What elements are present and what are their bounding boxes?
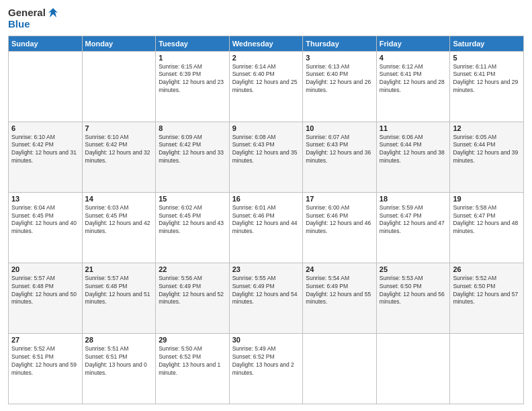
weekday-header-saturday: Saturday: [450, 36, 524, 51]
calendar-cell: 16Sunrise: 6:01 AMSunset: 6:46 PMDayligh…: [229, 192, 303, 263]
calendar-cell: 1Sunrise: 6:15 AMSunset: 6:39 PMDaylight…: [156, 51, 230, 122]
calendar-cell: 23Sunrise: 5:55 AMSunset: 6:49 PMDayligh…: [229, 263, 303, 333]
day-number: 16: [232, 195, 300, 203]
calendar-cell: 19Sunrise: 5:58 AMSunset: 6:47 PMDayligh…: [450, 192, 524, 263]
day-info: Sunrise: 6:00 AMSunset: 6:46 PMDaylight:…: [306, 204, 373, 236]
calendar-cell: 6Sunrise: 6:10 AMSunset: 6:42 PMDaylight…: [9, 122, 83, 192]
day-info: Sunrise: 6:13 AMSunset: 6:40 PMDaylight:…: [306, 63, 373, 95]
calendar-cell: 17Sunrise: 6:00 AMSunset: 6:46 PMDayligh…: [303, 192, 377, 263]
weekday-header-row: SundayMondayTuesdayWednesdayThursdayFrid…: [9, 36, 524, 51]
day-number: 2: [232, 54, 300, 62]
calendar-cell: [9, 51, 83, 122]
logo-text: General Blue: [8, 7, 59, 30]
day-info: Sunrise: 6:06 AMSunset: 6:44 PMDaylight:…: [380, 134, 447, 166]
calendar-cell: 9Sunrise: 6:08 AMSunset: 6:43 PMDaylight…: [229, 122, 303, 192]
day-number: 5: [453, 54, 521, 62]
weekday-header-tuesday: Tuesday: [156, 36, 230, 51]
day-number: 14: [85, 195, 153, 203]
day-info: Sunrise: 5:55 AMSunset: 6:49 PMDaylight:…: [232, 275, 300, 307]
day-info: Sunrise: 6:07 AMSunset: 6:43 PMDaylight:…: [306, 134, 373, 166]
weekday-header-friday: Friday: [376, 36, 450, 51]
day-number: 18: [380, 195, 447, 203]
day-info: Sunrise: 5:52 AMSunset: 6:50 PMDaylight:…: [453, 275, 521, 307]
day-info: Sunrise: 5:57 AMSunset: 6:48 PMDaylight:…: [11, 275, 79, 307]
day-number: 27: [11, 336, 79, 344]
calendar-cell: 22Sunrise: 5:56 AMSunset: 6:49 PMDayligh…: [156, 263, 230, 333]
calendar-cell: [450, 333, 524, 404]
header: General Blue: [8, 7, 524, 30]
logo-blue: Blue: [8, 19, 59, 30]
calendar-cell: [303, 333, 377, 404]
calendar-cell: 2Sunrise: 6:14 AMSunset: 6:40 PMDaylight…: [229, 51, 303, 122]
day-number: 15: [159, 195, 226, 203]
calendar-cell: 26Sunrise: 5:52 AMSunset: 6:50 PMDayligh…: [450, 263, 524, 333]
day-number: 19: [453, 195, 521, 203]
day-info: Sunrise: 5:53 AMSunset: 6:50 PMDaylight:…: [380, 275, 447, 307]
day-info: Sunrise: 6:15 AMSunset: 6:39 PMDaylight:…: [159, 63, 226, 95]
day-info: Sunrise: 5:59 AMSunset: 6:47 PMDaylight:…: [380, 204, 447, 236]
calendar-cell: 7Sunrise: 6:10 AMSunset: 6:42 PMDaylight…: [82, 122, 156, 192]
calendar-cell: 5Sunrise: 6:11 AMSunset: 6:41 PMDaylight…: [450, 51, 524, 122]
weekday-header-thursday: Thursday: [303, 36, 377, 51]
logo-bird-icon: [47, 7, 59, 19]
day-number: 22: [159, 265, 226, 273]
calendar-cell: 18Sunrise: 5:59 AMSunset: 6:47 PMDayligh…: [376, 192, 450, 263]
calendar-table: SundayMondayTuesdayWednesdayThursdayFrid…: [8, 36, 524, 405]
day-info: Sunrise: 6:01 AMSunset: 6:46 PMDaylight:…: [232, 204, 300, 236]
calendar-week-row: 20Sunrise: 5:57 AMSunset: 6:48 PMDayligh…: [9, 263, 524, 333]
calendar-cell: [82, 51, 156, 122]
weekday-header-wednesday: Wednesday: [229, 36, 303, 51]
day-info: Sunrise: 6:14 AMSunset: 6:40 PMDaylight:…: [232, 63, 300, 95]
day-number: 12: [453, 124, 521, 132]
day-number: 24: [306, 265, 373, 273]
calendar-cell: 30Sunrise: 5:49 AMSunset: 6:52 PMDayligh…: [229, 333, 303, 404]
day-info: Sunrise: 6:09 AMSunset: 6:42 PMDaylight:…: [159, 134, 226, 166]
day-info: Sunrise: 6:04 AMSunset: 6:45 PMDaylight:…: [11, 204, 79, 236]
day-info: Sunrise: 5:51 AMSunset: 6:51 PMDaylight:…: [85, 345, 153, 377]
calendar-cell: 21Sunrise: 5:57 AMSunset: 6:48 PMDayligh…: [82, 263, 156, 333]
day-number: 23: [232, 265, 300, 273]
calendar-week-row: 6Sunrise: 6:10 AMSunset: 6:42 PMDaylight…: [9, 122, 524, 192]
calendar-cell: 8Sunrise: 6:09 AMSunset: 6:42 PMDaylight…: [156, 122, 230, 192]
calendar-week-row: 1Sunrise: 6:15 AMSunset: 6:39 PMDaylight…: [9, 51, 524, 122]
svg-marker-0: [48, 8, 58, 17]
page: General Blue SundayMondayTuesdayWednesda…: [0, 0, 532, 411]
day-number: 17: [306, 195, 373, 203]
calendar-cell: 15Sunrise: 6:02 AMSunset: 6:45 PMDayligh…: [156, 192, 230, 263]
day-info: Sunrise: 6:02 AMSunset: 6:45 PMDaylight:…: [159, 204, 226, 236]
logo: General Blue: [8, 7, 59, 30]
calendar-cell: 4Sunrise: 6:12 AMSunset: 6:41 PMDaylight…: [376, 51, 450, 122]
day-number: 9: [232, 124, 300, 132]
calendar-cell: 3Sunrise: 6:13 AMSunset: 6:40 PMDaylight…: [303, 51, 377, 122]
calendar-cell: 29Sunrise: 5:50 AMSunset: 6:52 PMDayligh…: [156, 333, 230, 404]
day-number: 21: [85, 265, 153, 273]
day-number: 29: [159, 336, 226, 344]
calendar-cell: 11Sunrise: 6:06 AMSunset: 6:44 PMDayligh…: [376, 122, 450, 192]
day-number: 28: [85, 336, 153, 344]
day-number: 20: [11, 265, 79, 273]
day-info: Sunrise: 5:54 AMSunset: 6:49 PMDaylight:…: [306, 275, 373, 307]
day-number: 30: [232, 336, 300, 344]
calendar-cell: 10Sunrise: 6:07 AMSunset: 6:43 PMDayligh…: [303, 122, 377, 192]
calendar-cell: 13Sunrise: 6:04 AMSunset: 6:45 PMDayligh…: [9, 192, 83, 263]
day-number: 11: [380, 124, 447, 132]
day-info: Sunrise: 5:57 AMSunset: 6:48 PMDaylight:…: [85, 275, 153, 307]
day-number: 3: [306, 54, 373, 62]
calendar-cell: 14Sunrise: 6:03 AMSunset: 6:45 PMDayligh…: [82, 192, 156, 263]
day-info: Sunrise: 5:50 AMSunset: 6:52 PMDaylight:…: [159, 345, 226, 377]
weekday-header-sunday: Sunday: [9, 36, 83, 51]
calendar-week-row: 13Sunrise: 6:04 AMSunset: 6:45 PMDayligh…: [9, 192, 524, 263]
calendar-cell: 25Sunrise: 5:53 AMSunset: 6:50 PMDayligh…: [376, 263, 450, 333]
weekday-header-monday: Monday: [82, 36, 156, 51]
day-info: Sunrise: 6:12 AMSunset: 6:41 PMDaylight:…: [380, 63, 447, 95]
day-info: Sunrise: 6:05 AMSunset: 6:44 PMDaylight:…: [453, 134, 521, 166]
calendar-cell: 20Sunrise: 5:57 AMSunset: 6:48 PMDayligh…: [9, 263, 83, 333]
day-info: Sunrise: 5:56 AMSunset: 6:49 PMDaylight:…: [159, 275, 226, 307]
day-number: 7: [85, 124, 153, 132]
day-info: Sunrise: 6:03 AMSunset: 6:45 PMDaylight:…: [85, 204, 153, 236]
logo-general: General: [8, 7, 46, 19]
calendar-cell: 12Sunrise: 6:05 AMSunset: 6:44 PMDayligh…: [450, 122, 524, 192]
calendar-cell: [376, 333, 450, 404]
day-info: Sunrise: 6:10 AMSunset: 6:42 PMDaylight:…: [85, 134, 153, 166]
day-number: 1: [159, 54, 226, 62]
